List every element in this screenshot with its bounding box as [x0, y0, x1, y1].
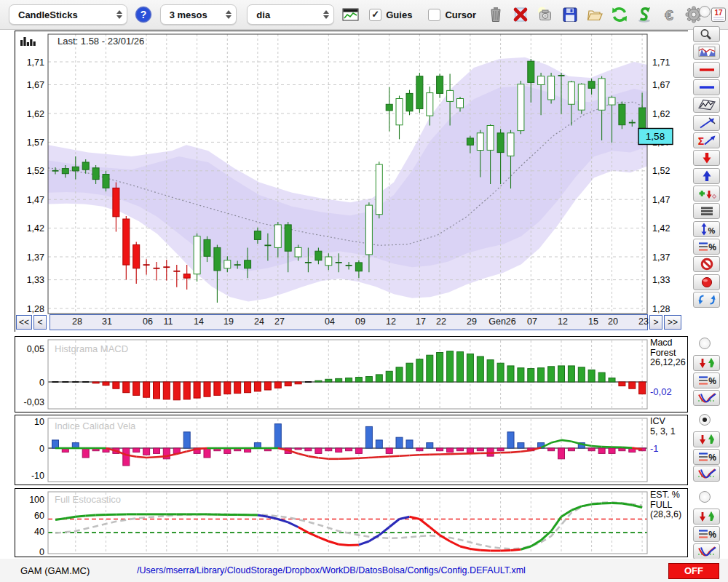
- date-tick-label: 22: [436, 316, 446, 327]
- candlestick-chart[interactable]: 1,711,711,671,671,621,621,571,571,521,52…: [15, 31, 687, 335]
- date-navigation-bar: <<<2831061114192427040912172229Gen260712…: [16, 314, 687, 330]
- date-tick-label: 20: [608, 316, 618, 327]
- icv-panel: Indice Calidad Vela100-10ICV5, 3, 1-1: [15, 415, 688, 485]
- macd-lines-percent-button[interactable]: %: [693, 372, 720, 388]
- red-line-button[interactable]: [693, 62, 720, 78]
- nav-prev-button[interactable]: <: [33, 315, 47, 330]
- euro-button[interactable]: €: [660, 5, 678, 24]
- macd-updown-arrows-button[interactable]: [693, 355, 720, 371]
- date-axis-strip[interactable]: 2831061114192427040912172229Gen260712152…: [50, 314, 648, 330]
- no-entry-button[interactable]: [693, 256, 720, 272]
- svg-text:%: %: [708, 530, 716, 540]
- sync-button[interactable]: [635, 5, 654, 24]
- period-select[interactable]: 3 mesos: [160, 4, 237, 25]
- interval-select[interactable]: dia: [247, 4, 334, 25]
- date-tick-label: 09: [355, 316, 365, 327]
- svg-text:1,42: 1,42: [27, 223, 44, 234]
- icv-updown-arrows-button[interactable]: [693, 431, 720, 447]
- stoch-v-curves-button[interactable]: [693, 543, 720, 559]
- icv-v-curves-button[interactable]: [693, 466, 720, 482]
- stoch-lines-percent-button[interactable]: %: [693, 526, 720, 542]
- svg-text:1,28: 1,28: [27, 304, 44, 314]
- svg-text:0: 0: [39, 378, 44, 388]
- off-toggle[interactable]: OFF: [668, 563, 719, 579]
- vertical-measure-button[interactable]: %: [693, 221, 720, 237]
- icv-lines-percent-button[interactable]: %: [693, 449, 720, 465]
- svg-text:1,71: 1,71: [27, 57, 44, 68]
- arrow-down-red-button[interactable]: [693, 150, 720, 166]
- refresh-button[interactable]: [610, 5, 629, 24]
- date-tick-label: 15: [588, 316, 598, 327]
- save-button[interactable]: [561, 5, 579, 24]
- select-chevrons-icon: [116, 10, 122, 19]
- svg-text:1,67: 1,67: [652, 80, 670, 90]
- blue-line-button[interactable]: [693, 79, 720, 95]
- stoch-updown-arrows-button[interactable]: [693, 509, 720, 525]
- guies-checkbox[interactable]: ✓Guies: [369, 9, 412, 21]
- swap-arrows-icon: [696, 293, 718, 306]
- svg-text:60: 60: [34, 511, 44, 521]
- svg-text:?: ?: [140, 9, 146, 20]
- record-icon: [696, 276, 718, 289]
- macd-value-label: -0,02: [650, 386, 672, 397]
- svg-text:1,47: 1,47: [27, 195, 44, 205]
- date-tick-label: 07: [527, 316, 537, 327]
- trend-arrow-icon: [696, 116, 718, 129]
- trash-button[interactable]: [486, 5, 505, 24]
- svg-text:1,37: 1,37: [27, 252, 44, 263]
- select-chevrons-icon: [323, 10, 329, 19]
- euro-icon: €: [660, 6, 678, 23]
- mini-chart-button[interactable]: [341, 5, 360, 24]
- macd-select-radio[interactable]: [699, 338, 711, 349]
- icv-params-label: ICV5, 3, 1: [650, 417, 694, 436]
- delete-x-button[interactable]: [511, 5, 530, 24]
- date-tick-label: 12: [558, 316, 568, 327]
- open-folder-button[interactable]: [585, 5, 604, 24]
- chart-link-radio[interactable]: [699, 6, 711, 17]
- svg-text:1,47: 1,47: [652, 195, 670, 205]
- arrow-up-blue-icon: [696, 170, 718, 183]
- snapshot-button[interactable]: [536, 5, 555, 24]
- v-curves-icon: [696, 467, 718, 480]
- arrow-down-red-icon: [696, 151, 718, 164]
- nav-first-button[interactable]: <<: [16, 315, 32, 330]
- macd-v-curves-button[interactable]: [693, 390, 720, 406]
- channel-icon: [696, 98, 718, 111]
- no-entry-icon: [696, 258, 718, 271]
- svg-text:Full Estocastico: Full Estocastico: [55, 494, 121, 505]
- date-tick-label: 28: [72, 316, 82, 327]
- svg-text:€: €: [665, 7, 673, 23]
- svg-text:0: 0: [39, 547, 44, 557]
- stoch-params-label: EST. %FULL(28,3,6): [650, 490, 694, 520]
- swap-arrows-button[interactable]: [693, 292, 720, 308]
- list-lines-button[interactable]: [693, 203, 720, 219]
- sigma-trend-button[interactable]: Σ: [693, 132, 720, 148]
- zoom-button[interactable]: [693, 26, 720, 42]
- svg-text:1,28: 1,28: [652, 304, 670, 314]
- icv-select-radio[interactable]: [699, 414, 711, 426]
- lines-percent-button[interactable]: %: [693, 239, 720, 255]
- panes-button[interactable]: [693, 44, 720, 60]
- svg-text:1,33: 1,33: [27, 275, 44, 285]
- save-icon: [561, 6, 579, 23]
- open-folder-icon: [585, 6, 604, 23]
- record-button[interactable]: [693, 274, 720, 290]
- config-path[interactable]: /Users/mserra/Library/CloudStorage/Dropb…: [0, 565, 662, 575]
- channel-button[interactable]: [693, 97, 720, 113]
- sigma-trend-icon: Σ: [696, 134, 718, 147]
- stoch-select-radio[interactable]: [699, 491, 711, 503]
- cursor-checkbox[interactable]: Cursor: [428, 9, 476, 21]
- nav-next-button[interactable]: >: [649, 315, 662, 330]
- trend-arrow-button[interactable]: [693, 115, 720, 131]
- chart-type-select[interactable]: CandleSticks: [9, 4, 127, 25]
- nav-last-button[interactable]: >>: [664, 315, 681, 330]
- svg-text:%: %: [708, 376, 716, 386]
- help-button[interactable]: ?: [134, 5, 153, 24]
- v-curves-icon: [696, 391, 718, 404]
- toolbar: CandleSticks?3 mesosdia✓GuiesCursor€17: [0, 0, 728, 30]
- cursor-label: Cursor: [445, 9, 476, 20]
- lines-percent-icon: %: [696, 374, 718, 387]
- date-tick-label: 27: [274, 316, 285, 327]
- arrow-up-blue-button[interactable]: [693, 168, 720, 184]
- signal-arrows-button[interactable]: [693, 186, 720, 202]
